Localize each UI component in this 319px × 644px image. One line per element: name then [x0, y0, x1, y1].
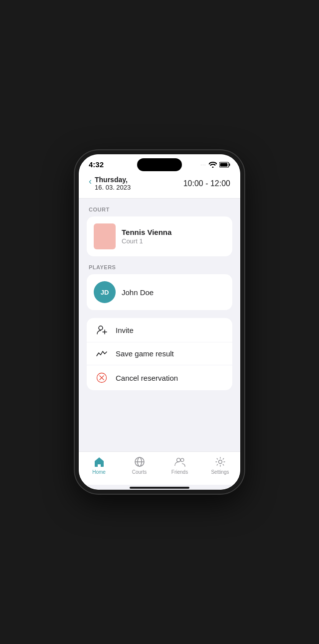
svg-point-13 [180, 458, 183, 461]
home-indicator [130, 487, 189, 489]
dynamic-island [137, 158, 182, 171]
status-bar: 4:32 ··· [79, 154, 240, 171]
court-section-label: COURT [89, 207, 232, 213]
home-tab-icon [93, 456, 105, 468]
friends-tab-icon [174, 456, 186, 468]
invite-action[interactable]: Invite [87, 318, 232, 342]
home-tab-label: Home [92, 469, 106, 475]
phone-frame: 4:32 ··· ‹ Thursday, 16. 03. 20 [75, 150, 244, 494]
svg-rect-1 [229, 163, 230, 166]
court-thumbnail [94, 223, 116, 249]
tab-home[interactable]: Home [79, 456, 119, 475]
player-avatar: JD [94, 281, 116, 303]
save-game-result-action[interactable]: Save game result [87, 342, 232, 365]
settings-tab-icon [214, 456, 226, 468]
booking-date: Thursday, 16. 03. 2023 [95, 176, 131, 191]
content-area: COURT Tennis Vienna Court 1 PLAYERS JD J… [79, 199, 240, 451]
player-name: John Doe [122, 288, 154, 297]
battery-icon [219, 162, 230, 168]
court-sub: Court 1 [122, 237, 171, 245]
date-line1: Thursday, [95, 176, 131, 184]
svg-rect-2 [220, 163, 228, 166]
players-card[interactable]: JD John Doe [87, 274, 232, 310]
booking-header: ‹ Thursday, 16. 03. 2023 10:00 - 12:00 [79, 171, 240, 199]
actions-list: Invite Save game result [87, 318, 232, 390]
wifi-icon [209, 162, 217, 168]
tab-bar: Home Courts [79, 451, 240, 485]
settings-tab-label: Settings [211, 469, 229, 475]
tab-friends[interactable]: Friends [160, 456, 200, 475]
save-game-result-label: Save game result [116, 349, 174, 358]
svg-point-3 [99, 326, 103, 330]
court-info: Tennis Vienna Court 1 [122, 228, 171, 245]
cancel-reservation-action[interactable]: Cancel reservation [87, 365, 232, 390]
players-section-label: PLAYERS [89, 264, 232, 270]
tab-courts[interactable]: Courts [119, 456, 160, 475]
courts-tab-label: Courts [132, 469, 147, 475]
friends-tab-label: Friends [171, 469, 188, 475]
courts-tab-icon [134, 456, 146, 468]
back-button[interactable]: ‹ [89, 177, 92, 186]
tab-settings[interactable]: Settings [200, 456, 240, 475]
invite-icon [95, 325, 109, 335]
status-icons: ··· [201, 162, 230, 168]
cancel-reservation-label: Cancel reservation [116, 374, 178, 382]
svg-point-14 [218, 460, 222, 464]
svg-point-12 [176, 458, 180, 462]
signal-icon: ··· [201, 163, 206, 166]
invite-label: Invite [116, 326, 134, 334]
date-line2: 16. 03. 2023 [95, 184, 131, 191]
save-game-result-icon [95, 350, 109, 358]
court-name: Tennis Vienna [122, 228, 171, 236]
status-time: 4:32 [89, 160, 104, 169]
booking-time-range: 10:00 - 12:00 [183, 179, 230, 188]
court-card[interactable]: Tennis Vienna Court 1 [87, 216, 232, 256]
screen: 4:32 ··· ‹ Thursday, 16. 03. 20 [79, 154, 240, 490]
cancel-reservation-icon [95, 372, 109, 383]
